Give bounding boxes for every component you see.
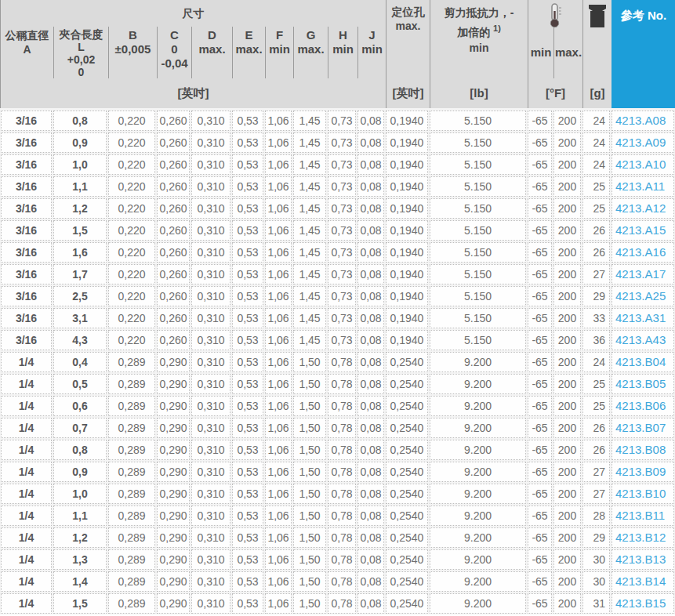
weight-header-spacer [582,27,611,78]
table-cell: 0,290 [157,505,190,526]
ref-cell: 4213.A43 [611,330,674,350]
table-cell: 0,289 [108,396,155,416]
unit-dimensions-inch: [英吋] [1,78,386,108]
unit-temp-fahrenheit: [°F] [528,78,582,108]
table-cell: 0,2540 [386,352,428,372]
table-cell: 5.150 [430,286,526,306]
ref-link[interactable]: 4213.B14 [615,574,666,588]
table-cell: 0,290 [157,462,190,482]
table-cell: 3/16 [1,308,52,328]
table-cell: 0,310 [191,440,230,460]
table-cell: 1,1 [53,176,107,197]
table-cell: -65 [528,352,552,372]
ref-cell: 4213.B04 [611,352,674,372]
ref-link[interactable]: 4213.A09 [615,136,666,149]
table-cell: 0,78 [328,462,356,482]
ref-link[interactable]: 4213.A17 [615,267,666,281]
table-row: 3/160,80,2200,2600,3100,531,061,450,730,… [0,110,675,132]
table-cell: 0,53 [232,440,263,460]
table-cell: 1,50 [293,571,326,592]
table-cell: 0,310 [191,484,230,504]
ref-link[interactable]: 4213.B10 [615,487,666,500]
table-cell: 200 [553,176,581,197]
ref-link[interactable]: 4213.A11 [615,179,665,193]
table-cell: 0,73 [328,330,356,350]
table-cell: 27 [582,484,610,504]
table-body: 3/160,80,2200,2600,3100,531,061,450,730,… [0,108,675,614]
table-cell: 1/4 [1,418,52,438]
ref-cell: 4213.A15 [611,220,674,241]
table-cell: 1,45 [293,264,326,284]
table-cell: 0,78 [328,571,356,592]
col-header-line: E [233,28,265,42]
table-cell: 0,310 [191,593,230,614]
ref-link[interactable]: 4213.A10 [615,158,666,171]
table-cell: 25 [582,396,610,416]
table-cell: 0,78 [328,418,356,438]
table-cell: 0,53 [232,418,263,438]
table-cell: 24 [582,111,610,131]
table-cell: -65 [528,462,552,482]
table-cell: -65 [528,484,552,504]
table-cell: 0,08 [357,352,384,372]
ref-link[interactable]: 4213.A25 [615,289,666,303]
table-cell: 0,220 [108,111,155,131]
table-cell: 200 [553,198,581,219]
table-cell: -65 [528,132,552,153]
table-cell: 1,06 [265,418,292,438]
table-row: 1/41,30,2890,2900,3100,531,061,500,780,0… [0,549,675,571]
table-cell: 9.200 [430,527,526,548]
table-cell: 200 [553,549,581,570]
table-cell: 0,4 [53,352,107,372]
ref-link[interactable]: 4213.B12 [615,531,666,544]
table-cell: 0,290 [157,571,190,592]
ref-link[interactable]: 4213.A12 [615,201,666,215]
size-group-header: 尺寸 [1,0,386,27]
ref-link[interactable]: 4213.A16 [615,245,666,259]
ref-link[interactable]: 4213.A15 [615,223,666,237]
ref-link[interactable]: 4213.A43 [615,333,666,346]
table-cell: 1,06 [265,308,292,328]
table-cell: 0,289 [108,593,155,614]
ref-cell: 4213.A10 [611,154,674,175]
table-cell: -65 [528,418,552,438]
table-cell: -65 [528,111,552,131]
col-header-line: -0,04 [158,56,191,71]
table-cell: 1,06 [265,198,292,219]
table-cell: 0,290 [157,484,190,504]
col-header-j: J min [357,27,386,78]
table-cell: 1,50 [293,374,326,394]
ref-link[interactable]: 4213.B08 [615,443,666,456]
table-cell: 5.150 [430,132,526,153]
table-cell: 1,45 [293,308,326,328]
table-cell: 1,2 [53,527,107,548]
ref-link[interactable]: 4213.B11 [615,509,665,522]
table-cell: 29 [582,286,610,306]
ref-link[interactable]: 4213.A31 [615,311,666,324]
table-cell: 0,290 [157,549,190,570]
table-cell: 0,53 [232,505,263,526]
table-cell: -65 [528,330,552,350]
table-cell: 25 [582,176,610,197]
col-header-line: F [266,28,293,42]
table-cell: -65 [528,571,552,592]
table-cell: 0,289 [108,505,155,526]
table-cell: 0,1940 [386,308,428,328]
ref-link[interactable]: 4213.B07 [615,421,666,434]
ref-link[interactable]: 4213.A08 [615,114,666,127]
ref-link[interactable]: 4213.B15 [615,596,666,610]
table-cell: 0,73 [328,308,356,328]
table-cell: 1,45 [293,330,326,350]
ref-link[interactable]: 4213.B06 [615,399,666,412]
table-cell: 0,290 [157,440,190,460]
ref-link[interactable]: 4213.B09 [615,465,666,478]
ref-link[interactable]: 4213.B13 [615,553,666,566]
table-cell: 0,2540 [386,571,428,592]
table-cell: 5.150 [430,264,526,284]
table-cell: 0,220 [108,176,155,197]
table-cell: 0,289 [108,571,155,592]
ref-cell: 4213.B10 [611,484,674,504]
ref-link[interactable]: 4213.B05 [615,377,666,390]
ref-link[interactable]: 4213.B04 [615,355,666,368]
table-cell: 0,08 [357,527,384,548]
